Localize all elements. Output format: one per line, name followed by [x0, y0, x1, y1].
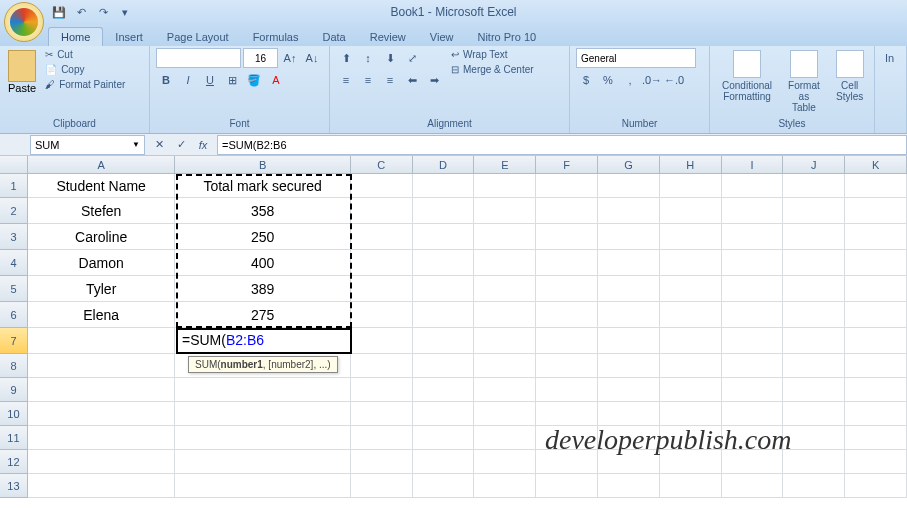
tab-insert[interactable]: Insert [103, 28, 155, 46]
name-box[interactable]: SUM▼ [30, 135, 145, 155]
indent-dec-icon[interactable]: ⬅ [402, 70, 422, 90]
number-format-select[interactable] [576, 48, 696, 68]
col-header-A[interactable]: A [28, 156, 176, 174]
row-header-7[interactable]: 7 [0, 328, 28, 354]
cell-B2[interactable]: 358 [175, 198, 350, 224]
qat-more-icon[interactable]: ▾ [116, 3, 134, 21]
copy-button[interactable]: 📄Copy [42, 63, 128, 76]
cell-A1[interactable]: Student Name [28, 174, 175, 198]
ribbon: Paste ✂Cut 📄Copy 🖌Format Painter Clipboa… [0, 46, 907, 134]
fill-color-button[interactable]: 🪣 [244, 70, 264, 90]
tab-formulas[interactable]: Formulas [241, 28, 311, 46]
cell-B1[interactable]: Total mark secured [175, 174, 350, 198]
office-button[interactable] [4, 2, 44, 42]
paste-button[interactable]: Paste [6, 48, 38, 96]
format-painter-button[interactable]: 🖌Format Painter [42, 78, 128, 91]
cell-A3[interactable]: Caroline [28, 224, 175, 250]
align-left-icon[interactable]: ≡ [336, 70, 356, 90]
font-group: A↑ A↓ B I U ⊞ 🪣 A Font [150, 46, 330, 133]
col-header-H[interactable]: H [660, 156, 722, 174]
row-header-9[interactable]: 9 [0, 378, 28, 402]
cell-A7[interactable] [28, 328, 175, 354]
row-header-11[interactable]: 11 [0, 426, 28, 450]
currency-icon[interactable]: $ [576, 70, 596, 90]
row-header-4[interactable]: 4 [0, 250, 28, 276]
col-header-D[interactable]: D [413, 156, 475, 174]
row-1: 1 Student Name Total mark secured [0, 174, 907, 198]
more-group: In [875, 46, 907, 133]
align-top-icon[interactable]: ⬆ [336, 48, 356, 68]
align-middle-icon[interactable]: ↕ [358, 48, 378, 68]
col-header-I[interactable]: I [722, 156, 784, 174]
cell-A4[interactable]: Damon [28, 250, 175, 276]
shrink-font-icon[interactable]: A↓ [302, 48, 322, 68]
paste-label: Paste [8, 82, 36, 94]
number-label: Number [576, 116, 703, 131]
fx-icon[interactable]: fx [193, 136, 213, 154]
redo-icon[interactable]: ↷ [94, 3, 112, 21]
cell-C1[interactable] [351, 174, 413, 198]
cancel-formula-icon[interactable]: ✕ [149, 136, 169, 154]
chevron-down-icon[interactable]: ▼ [132, 140, 140, 149]
align-right-icon[interactable]: ≡ [380, 70, 400, 90]
tab-data[interactable]: Data [310, 28, 357, 46]
row-header-3[interactable]: 3 [0, 224, 28, 250]
border-button[interactable]: ⊞ [222, 70, 242, 90]
conditional-formatting-button[interactable]: Conditional Formatting [716, 48, 778, 104]
comma-icon[interactable]: , [620, 70, 640, 90]
watermark-text: developerpublish.com [545, 424, 792, 456]
indent-inc-icon[interactable]: ➡ [424, 70, 444, 90]
font-family-select[interactable] [156, 48, 241, 68]
row-header-1[interactable]: 1 [0, 174, 28, 198]
inc-decimal-icon[interactable]: .0→ [642, 70, 662, 90]
tab-home[interactable]: Home [48, 27, 103, 46]
cell-styles-button[interactable]: Cell Styles [830, 48, 870, 104]
col-header-J[interactable]: J [783, 156, 845, 174]
font-size-select[interactable] [243, 48, 278, 68]
col-header-F[interactable]: F [536, 156, 598, 174]
tab-review[interactable]: Review [358, 28, 418, 46]
cell-A2[interactable]: Stefen [28, 198, 175, 224]
row-header-13[interactable]: 13 [0, 474, 28, 498]
italic-button[interactable]: I [178, 70, 198, 90]
undo-icon[interactable]: ↶ [72, 3, 90, 21]
cut-button[interactable]: ✂Cut [42, 48, 128, 61]
tab-nitro[interactable]: Nitro Pro 10 [465, 28, 548, 46]
save-icon[interactable]: 💾 [50, 3, 68, 21]
cell-A5[interactable]: Tyler [28, 276, 175, 302]
orientation-icon[interactable]: ⤢ [402, 48, 422, 68]
merge-center-button[interactable]: ⊟Merge & Center [448, 63, 537, 76]
cell-B6[interactable]: 275 [175, 302, 350, 328]
bold-button[interactable]: B [156, 70, 176, 90]
cell-A6[interactable]: Elena [28, 302, 175, 328]
col-header-C[interactable]: C [351, 156, 413, 174]
format-as-table-button[interactable]: Format as Table [782, 48, 826, 115]
grow-font-icon[interactable]: A↑ [280, 48, 300, 68]
tab-page-layout[interactable]: Page Layout [155, 28, 241, 46]
row-header-6[interactable]: 6 [0, 302, 28, 328]
wrap-icon: ↩ [451, 49, 459, 60]
dec-decimal-icon[interactable]: ←.0 [664, 70, 684, 90]
col-header-G[interactable]: G [598, 156, 660, 174]
formula-bar[interactable]: =SUM(B2:B6 [217, 135, 907, 155]
cell-B3[interactable]: 250 [175, 224, 350, 250]
tab-view[interactable]: View [418, 28, 466, 46]
row-header-10[interactable]: 10 [0, 402, 28, 426]
cell-B5[interactable]: 389 [175, 276, 350, 302]
select-all-corner[interactable] [0, 156, 28, 174]
row-header-5[interactable]: 5 [0, 276, 28, 302]
col-header-B[interactable]: B [175, 156, 350, 174]
row-header-8[interactable]: 8 [0, 354, 28, 378]
percent-icon[interactable]: % [598, 70, 618, 90]
col-header-E[interactable]: E [474, 156, 536, 174]
col-header-K[interactable]: K [845, 156, 907, 174]
align-center-icon[interactable]: ≡ [358, 70, 378, 90]
cell-B4[interactable]: 400 [175, 250, 350, 276]
row-header-2[interactable]: 2 [0, 198, 28, 224]
font-color-button[interactable]: A [266, 70, 286, 90]
align-bottom-icon[interactable]: ⬇ [380, 48, 400, 68]
enter-formula-icon[interactable]: ✓ [171, 136, 191, 154]
row-header-12[interactable]: 12 [0, 450, 28, 474]
underline-button[interactable]: U [200, 70, 220, 90]
wrap-text-button[interactable]: ↩Wrap Text [448, 48, 537, 61]
